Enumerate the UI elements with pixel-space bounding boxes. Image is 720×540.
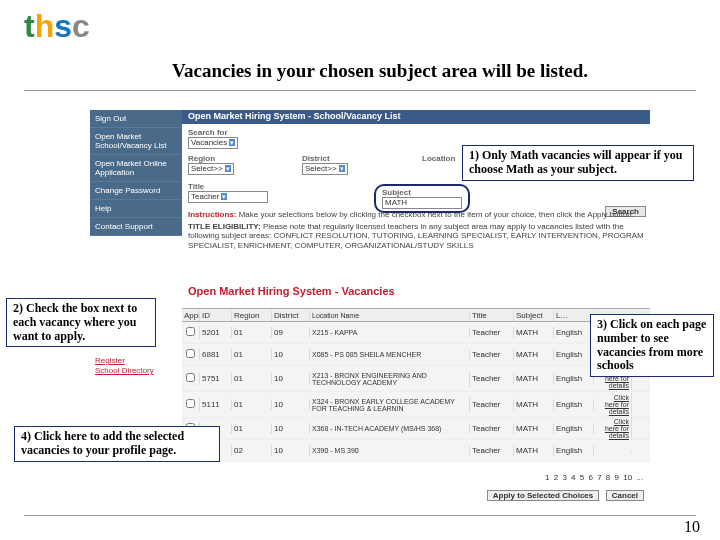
table-row: 57510110X213 - BRONX ENGINEERING AND TEC… <box>182 366 650 392</box>
title-select[interactable]: Teacher▾ <box>188 191 268 203</box>
cell-district: 10 <box>272 423 310 434</box>
logo: thsc <box>24 8 90 45</box>
cell-subject: MATH <box>514 445 554 456</box>
vacancies-table: Apply ID Region District Location Name T… <box>182 308 650 462</box>
table-row: 53820210X390 - MS 390TeacherMATHEnglish <box>182 440 650 462</box>
details-link[interactable] <box>594 450 632 452</box>
table-row: 51110110X324 - BRONX EARLY COLLEGE ACADE… <box>182 392 650 418</box>
col-apply: Apply <box>182 310 200 321</box>
district-select[interactable]: Select>>▾ <box>302 163 348 175</box>
chevron-down-icon: ▾ <box>221 193 227 200</box>
subject-label: Subject <box>382 188 462 197</box>
table-row: 52010109X215 - KAPPATeacherMATHEnglishCl… <box>182 322 650 344</box>
sidebar-item-application[interactable]: Open Market Online Application <box>90 155 182 182</box>
cell-location: X324 - BRONX EARLY COLLEGE ACADEMY FOR T… <box>310 397 470 413</box>
col-subject: Subject <box>514 310 554 321</box>
chevron-down-icon: ▾ <box>225 165 231 172</box>
region-select[interactable]: Select>>▾ <box>188 163 234 175</box>
cell-title: Teacher <box>470 349 514 360</box>
subject-select[interactable]: MATH <box>382 197 462 209</box>
page-4[interactable]: 4 <box>571 473 575 482</box>
page-1[interactable]: 1 <box>545 473 549 482</box>
instructions: Instructions: Make your selections below… <box>188 210 646 250</box>
cell-subject: MATH <box>514 423 554 434</box>
slide-page-number: 10 <box>684 518 700 536</box>
cell-lang: English <box>554 373 594 384</box>
sidebar: Sign Out Open Market School/Vacancy List… <box>90 110 182 236</box>
sidebar-item-help[interactable]: Help <box>90 200 182 218</box>
cell-subject: MATH <box>514 373 554 384</box>
cell-id: 5751 <box>200 373 232 384</box>
footer-divider <box>24 515 696 516</box>
page-2[interactable]: 2 <box>554 473 558 482</box>
cell-id: 5201 <box>200 327 232 338</box>
page-5[interactable]: 5 <box>580 473 584 482</box>
page-7[interactable]: 7 <box>597 473 601 482</box>
cell-title: Teacher <box>470 327 514 338</box>
cell-lang: English <box>554 327 594 338</box>
cell-title: Teacher <box>470 399 514 410</box>
cell-location: X085 - PS 085 SHEILA MENCHER <box>310 350 470 359</box>
cell-location: X390 - MS 390 <box>310 446 470 455</box>
page-8[interactable]: 8 <box>606 473 610 482</box>
cell-region: 01 <box>232 423 272 434</box>
page-10[interactable]: 10 <box>623 473 632 482</box>
region-label: Region <box>188 154 234 163</box>
search-for-select[interactable]: Vacancies▾ <box>188 137 238 149</box>
cell-district: 09 <box>272 327 310 338</box>
sidebar-item-password[interactable]: Change Password <box>90 182 182 200</box>
cell-subject: MATH <box>514 349 554 360</box>
callout-1: 1) Only Math vacancies will appear if yo… <box>462 145 694 181</box>
table-header-row: Apply ID Region District Location Name T… <box>182 308 650 322</box>
page-more[interactable]: ... <box>636 473 643 482</box>
cell-location: X215 - KAPPA <box>310 328 470 337</box>
apply-button[interactable]: Apply to Selected Choices <box>487 490 599 501</box>
sidebar-item-contact[interactable]: Contact Support <box>90 218 182 236</box>
cell-district: 10 <box>272 349 310 360</box>
cell-region: 01 <box>232 349 272 360</box>
apply-checkbox[interactable] <box>186 399 195 408</box>
sidebar-item-vacancylist[interactable]: Open Market School/Vacancy List <box>90 128 182 155</box>
search-for-label: Search for <box>188 128 238 137</box>
apply-checkbox[interactable] <box>186 373 195 382</box>
apply-checkbox[interactable] <box>186 327 195 336</box>
callout-4: 4) Click here to add the selected vacanc… <box>14 426 220 462</box>
cell-region: 02 <box>232 445 272 456</box>
cell-id: 6881 <box>200 349 232 360</box>
page-3[interactable]: 3 <box>562 473 566 482</box>
cell-region: 01 <box>232 373 272 384</box>
cell-location: X368 - IN-TECH ACADEMY (MS/HS 368) <box>310 424 470 433</box>
table-row: 60710110X368 - IN-TECH ACADEMY (MS/HS 36… <box>182 418 650 440</box>
page-6[interactable]: 6 <box>588 473 592 482</box>
sidebar-item-signout[interactable]: Sign Out <box>90 110 182 128</box>
sidebar-link-directory[interactable]: School Directory <box>90 364 182 377</box>
vacancies-heading: Open Market Hiring System - Vacancies <box>188 285 395 297</box>
page-title: Vacancies in your chosen subject area wi… <box>172 60 588 82</box>
chevron-down-icon: ▾ <box>229 139 235 146</box>
cell-lang: English <box>554 349 594 360</box>
cell-title: Teacher <box>470 423 514 434</box>
cell-lang: English <box>554 399 594 410</box>
col-location: Location Name <box>310 311 470 320</box>
system-header: Open Market Hiring System - School/Vacan… <box>182 110 650 124</box>
cell-subject: MATH <box>514 399 554 410</box>
cell-lang: English <box>554 445 594 456</box>
apply-checkbox[interactable] <box>186 349 195 358</box>
table-row: 68810110X085 - PS 085 SHEILA MENCHERTeac… <box>182 344 650 366</box>
cell-district: 10 <box>272 399 310 410</box>
details-link[interactable]: Clickhere fordetails <box>594 417 632 440</box>
col-lang: L... <box>554 310 594 321</box>
callout-2: 2) Check the box next to each vacancy wh… <box>6 298 156 347</box>
title-label: Title <box>188 182 268 191</box>
subject-highlight: Subject MATH <box>374 184 470 213</box>
col-id: ID <box>200 310 232 321</box>
chevron-down-icon: ▾ <box>339 165 345 172</box>
cell-title: Teacher <box>470 373 514 384</box>
col-title: Title <box>470 310 514 321</box>
cell-title: Teacher <box>470 445 514 456</box>
cell-district: 10 <box>272 445 310 456</box>
cancel-button[interactable]: Cancel <box>606 490 644 501</box>
page-9[interactable]: 9 <box>615 473 619 482</box>
details-link[interactable]: Clickhere fordetails <box>594 393 632 416</box>
cell-district: 10 <box>272 373 310 384</box>
